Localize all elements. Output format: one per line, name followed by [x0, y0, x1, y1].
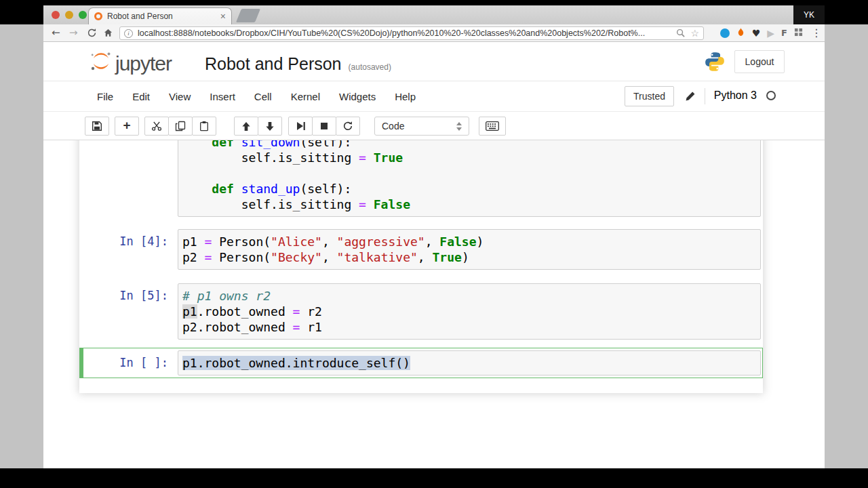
- plus-icon: +: [123, 118, 130, 133]
- kernel-idle-indicator-icon: [766, 91, 776, 100]
- edit-mode-pencil-icon: [685, 91, 696, 104]
- save-button[interactable]: [85, 117, 109, 136]
- browser-tab[interactable]: Robot and Person ×: [88, 7, 232, 24]
- kernel-divider: [705, 88, 705, 104]
- command-palette-button[interactable]: [479, 117, 506, 136]
- notebook-container: def sit_down(self): self.is_sitting = Tr…: [79, 140, 763, 393]
- browser-window: Robot and Person × YK ← → i localhost:88…: [43, 5, 825, 468]
- menu-view[interactable]: View: [159, 91, 200, 102]
- menu-file[interactable]: File: [87, 91, 123, 102]
- move-cell-down-button[interactable]: [258, 117, 282, 136]
- jupyter-planet-icon: [90, 51, 113, 74]
- keyboard-icon: [486, 121, 499, 131]
- window-maximize-button[interactable]: [79, 11, 87, 19]
- interrupt-kernel-button[interactable]: [312, 117, 336, 136]
- code-cell-in5: In [5]: # p1 owns r2p1.robot_owned = r2p…: [79, 280, 763, 343]
- copy-icon: [175, 121, 186, 131]
- cell-prompt: [85, 140, 178, 217]
- cell-input[interactable]: def sit_down(self): self.is_sitting = Tr…: [178, 140, 761, 217]
- notebook-scroll-area: def sit_down(self): self.is_sitting = Tr…: [43, 140, 825, 468]
- cell-code: p1.robot_owned.introduce_self(): [178, 351, 760, 375]
- heart-extension-icon[interactable]: ♥: [752, 28, 761, 38]
- play-extension-icon[interactable]: ▶: [767, 28, 774, 38]
- code-cell-clipped: def sit_down(self): self.is_sitting = Tr…: [79, 140, 763, 220]
- refresh-icon: [342, 121, 353, 131]
- menu-edit[interactable]: Edit: [123, 91, 159, 102]
- cell-prompt: In [ ]:: [85, 350, 178, 375]
- trusted-badge[interactable]: Trusted: [625, 86, 674, 106]
- back-icon[interactable]: ←: [52, 26, 60, 39]
- menu-help[interactable]: Help: [385, 91, 425, 102]
- notebook-title-text: Robot and Person: [205, 54, 342, 73]
- jupyter-logo-text: jupyter: [115, 54, 172, 74]
- notebook-menubar: File Edit View Insert Cell Kernel Widget…: [43, 81, 825, 112]
- cell-prompt: In [4]:: [85, 229, 178, 270]
- menu-items: File Edit View Insert Cell Kernel Widget…: [87, 81, 425, 111]
- window-minimize-button[interactable]: [65, 11, 73, 19]
- run-cell-button[interactable]: [288, 117, 313, 136]
- extension-toolbar: ♥ ▶ F ⋮: [720, 26, 822, 40]
- window-close-button[interactable]: [52, 11, 60, 19]
- jupyter-logo[interactable]: jupyter: [90, 51, 172, 74]
- forward-icon[interactable]: →: [69, 26, 78, 39]
- floppy-icon: [92, 121, 102, 131]
- flame-extension-icon[interactable]: [736, 27, 745, 39]
- restart-kernel-button[interactable]: [336, 117, 360, 136]
- jupyter-favicon-icon: [94, 12, 102, 20]
- kernel-name: Python 3: [714, 89, 757, 102]
- zoom-indicator-icon[interactable]: [676, 28, 685, 39]
- cell-input[interactable]: # p1 owns r2p1.robot_owned = r2p2.robot_…: [178, 283, 761, 340]
- url-text: localhost:8888/notebooks/Dropbox/CIH/You…: [138, 28, 671, 38]
- cut-cell-button[interactable]: [144, 117, 169, 136]
- cell-input[interactable]: p1 = Person("Alice", "aggressive", False…: [178, 229, 761, 270]
- arrow-down-icon: [265, 121, 275, 131]
- code-cell-active-edit-mode: In [ ]: p1.robot_owned.introduce_self(): [79, 348, 763, 378]
- facebook-extension-icon[interactable]: F: [781, 28, 787, 38]
- apps-grid-icon[interactable]: [794, 27, 803, 39]
- code-cell-in4: In [4]: p1 = Person("Alice", "aggressive…: [79, 226, 763, 273]
- notebook-title[interactable]: Robot and Person(autosaved): [205, 54, 391, 74]
- select-arrows-icon: [456, 122, 462, 131]
- copy-cell-button[interactable]: [168, 117, 193, 136]
- cell-prompt: In [5]:: [85, 283, 178, 340]
- desktop-left-strip: [0, 24, 43, 468]
- home-icon[interactable]: [103, 28, 113, 41]
- bookmark-star-icon[interactable]: ☆: [690, 28, 699, 38]
- cell-input[interactable]: p1.robot_owned.introduce_self(): [178, 350, 761, 375]
- menu-cell[interactable]: Cell: [245, 91, 281, 102]
- paste-cell-button[interactable]: [192, 117, 216, 136]
- menu-insert[interactable]: Insert: [200, 91, 245, 102]
- page-info-icon[interactable]: i: [124, 29, 133, 38]
- new-tab-button[interactable]: [236, 9, 260, 22]
- browser-address-bar: ← → i localhost:8888/notebooks/Dropbox/C…: [43, 24, 825, 42]
- add-cell-button[interactable]: +: [115, 117, 139, 136]
- desktop-right-strip: [825, 24, 868, 468]
- blue-circle-extension-icon[interactable]: [720, 28, 730, 38]
- arrow-up-icon: [241, 121, 251, 131]
- cell-type-select[interactable]: Code: [374, 117, 469, 136]
- jupyter-header: jupyter Robot and Person(autosaved) Logo…: [43, 42, 825, 81]
- browser-tab-strip: Robot and Person × YK: [43, 5, 825, 24]
- logout-button[interactable]: Logout: [734, 50, 785, 73]
- reload-icon[interactable]: [87, 28, 97, 41]
- autosave-status: (autosaved): [349, 62, 391, 72]
- python-logo-icon: [704, 51, 726, 75]
- clipboard-icon: [199, 121, 210, 131]
- scissors-icon: [151, 121, 162, 131]
- tab-title: Robot and Person: [107, 12, 216, 21]
- move-cell-up-button[interactable]: [234, 117, 258, 136]
- stop-icon: [319, 121, 330, 131]
- cell-code: # p1 owns r2p1.robot_owned = r2p2.robot_…: [178, 284, 760, 339]
- menu-widgets[interactable]: Widgets: [330, 91, 385, 102]
- cell-code: def sit_down(self): self.is_sitting = Tr…: [178, 140, 760, 216]
- profile-badge[interactable]: YK: [793, 5, 825, 24]
- run-icon: [295, 121, 306, 131]
- cell-code: p1 = Person("Alice", "aggressive", False…: [178, 230, 760, 269]
- menu-kernel[interactable]: Kernel: [281, 91, 330, 102]
- notebook-toolbar: + Code: [43, 112, 825, 140]
- tab-close-icon[interactable]: ×: [220, 12, 226, 21]
- browser-menu-icon[interactable]: ⋮: [811, 28, 822, 39]
- url-omnibox[interactable]: i localhost:8888/notebooks/Dropbox/CIH/Y…: [119, 26, 704, 40]
- cell-type-value: Code: [382, 121, 404, 131]
